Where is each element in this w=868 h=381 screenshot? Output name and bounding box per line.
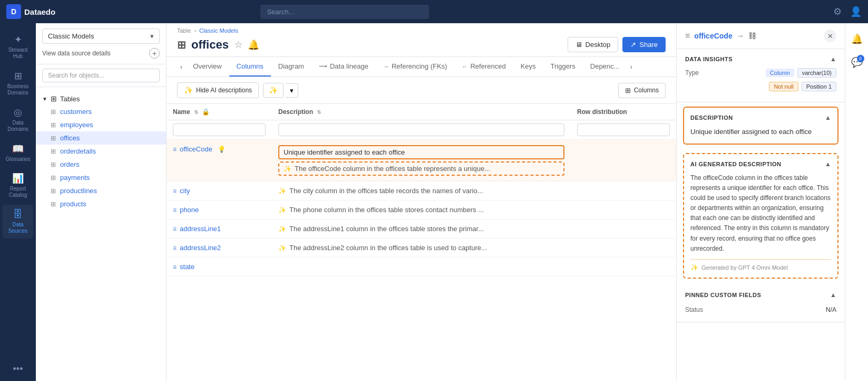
addr1-desc-ai: ✨ The addressLine1 column in the offices… [278,225,564,233]
tree-item-offices[interactable]: ⊞ offices [36,131,166,145]
col-link-addressline2[interactable]: addressLine2 [180,244,221,252]
lock-icon: 🔒 [202,108,210,116]
tab-referencing-fks[interactable]: → Referencing (FKs) [376,57,454,77]
breadcrumb-link[interactable]: Classic Models [199,27,238,34]
ai-icon-city: ✨ [278,187,286,195]
sidebar-item-business-domains[interactable]: ⊞ BusinessDomains [3,66,33,100]
tab-columns[interactable]: Columns [229,57,271,77]
ai-settings-button[interactable]: ✨ [263,83,284,98]
link-icon[interactable]: ⛓ [748,32,756,40]
chat-button[interactable]: 💬 0 [847,53,866,72]
tabs-bar: ‹ Overview Columns Diagram ⟿ Data lineag… [167,57,676,77]
ai-settings-group: ✨ ▾ [263,82,298,98]
table-row-state[interactable]: ≡ state [167,258,676,277]
tab-depenc[interactable]: Depenc... [583,57,627,77]
pinned-cf-header[interactable]: PINNED CUSTOM FIELDS ▲ [685,291,836,299]
tree-item-customers[interactable]: ⊞ customers [36,105,166,118]
share-button[interactable]: ↗ Share [622,37,666,52]
user-icon[interactable]: 👤 [850,6,862,17]
more-options[interactable]: ••• [13,364,23,375]
col-type-icon-state: ≡ [173,263,177,271]
tab-next-arrow[interactable]: › [627,58,635,76]
tab-prev-arrow[interactable]: ‹ [177,58,186,76]
tab-diagram[interactable]: Diagram [271,57,311,77]
ai-generated-label: Generated by GPT 4 Omni Model [701,264,788,271]
search-input[interactable] [260,5,429,19]
tab-triggers[interactable]: Triggers [543,57,583,77]
chevron-down-icon: ▾ [150,32,154,40]
col-link-city[interactable]: city [180,187,190,195]
sidebar-item-report-catalog[interactable]: 📊 ReportCatalog [3,168,33,203]
filter-dist-cell [571,120,676,140]
table-row-phone[interactable]: ≡ phone ✨ The phone column in the office… [167,201,676,220]
tables-section-header[interactable]: ▼ ⊞ Tables [36,92,166,105]
desktop-button[interactable]: 🖥 Desktop [568,37,619,52]
sidebar-item-data-sources[interactable]: 🗄 Data Sources [3,205,33,239]
officecode-desc-ai[interactable]: ✨ The officeCode column in the offices t… [278,161,564,176]
sort-icon[interactable]: ⇅ [194,109,198,115]
settings-icon[interactable]: ⚙ [833,6,842,17]
tab-keys[interactable]: Keys [513,57,543,77]
filter-dist-input[interactable] [577,123,670,136]
officecode-desc-highlighted[interactable]: Unique identifier assigned to each offic… [278,145,564,159]
sidebar-item-glossaries[interactable]: 📖 Glossaries [3,139,33,166]
bulb-icon: 💡 [218,146,226,153]
table-row-officecode[interactable]: ≡ officeCode 💡 Unique identifier assigne… [167,140,676,182]
view-details-text[interactable]: View data source details [42,50,111,57]
filter-name-input[interactable] [173,123,266,136]
tree-item-orders[interactable]: ⊞ orders [36,158,166,171]
object-search-input[interactable] [42,69,160,82]
table-row-addressline1[interactable]: ≡ addressLine1 ✨ The addressLine1 column… [167,220,676,239]
add-datasource-button[interactable]: + [149,48,160,59]
topbar-actions: ⚙ 👤 [833,6,862,17]
th-description-label: Description [278,108,313,116]
ai-dropdown-button[interactable]: ▾ [286,83,298,98]
data-insights-section: DATA INSIGHTS ▲ Type Column varchar(10) … [677,49,845,102]
app-logo[interactable]: D Dataedo [6,4,55,19]
breadcrumb-table: Table [177,27,191,34]
bell-icon[interactable]: 🔔 [248,39,259,51]
star-icon[interactable]: ☆ [234,39,242,51]
officecode-desc-text: Unique identifier assigned to each offic… [284,148,405,156]
referencing-icon: → [383,63,389,70]
ai-description-header[interactable]: AI GENERATED DESCRIPTION ▲ [690,160,831,168]
tab-referenced[interactable]: ← Referenced [454,57,513,77]
tree-area: ▼ ⊞ Tables ⊞ customers ⊞ employees ⊞ off… [36,87,166,381]
table-grid-icon: ⊞ [177,39,186,51]
tree-item-payments[interactable]: ⊞ payments [36,171,166,184]
app-name: Dataedo [24,7,55,16]
data-insights-header[interactable]: DATA INSIGHTS ▲ [685,55,836,63]
tables-section: ▼ ⊞ Tables ⊞ customers ⊞ employees ⊞ off… [36,91,166,212]
tab-data-lineage[interactable]: ⟿ Data lineage [311,57,376,77]
sidebar-item-steward-hub[interactable]: ✦ StewardHub [3,30,33,64]
tab-overview[interactable]: Overview [186,57,229,77]
hide-ai-button[interactable]: ✨ Hide AI descriptions [177,82,259,98]
columns-button[interactable]: ⊞ Columns [618,83,666,98]
sidebar-item-data-domains[interactable]: ◎ DataDomains [3,102,33,137]
sidebar-label-glossaries: Glossaries [5,156,30,162]
col-link-state[interactable]: state [180,263,194,271]
glossaries-icon: 📖 [12,143,24,155]
description-header[interactable]: DESCRIPTION ▲ [690,114,831,121]
col-link-officecode[interactable]: officeCode [180,145,212,153]
filter-desc-input[interactable] [278,123,564,136]
col-link-addressline1[interactable]: addressLine1 [180,225,221,233]
business-domains-icon: ⊞ [14,70,22,82]
close-panel-button[interactable]: ✕ [824,30,836,42]
table-row-city[interactable]: ≡ city ✨ The city column in the offices … [167,182,676,201]
tree-item-orderdetails[interactable]: ⊞ orderdetails [36,145,166,158]
ai-icon-officecode: ✨ [284,165,291,173]
tree-item-employees[interactable]: ⊞ employees [36,118,166,131]
chat-badge: 0 [857,55,864,62]
addr2-desc-ai: ✨ The addressLine2 column in the offices… [278,244,564,252]
table-row-addressline2[interactable]: ≡ addressLine2 ✨ The addressLine2 column… [167,239,676,258]
col-link-phone[interactable]: phone [180,206,199,214]
datasource-selector[interactable]: Classic Models ▾ [42,28,160,44]
tree-item-productlines[interactable]: ⊞ productlines [36,184,166,197]
columns-data-table: Name ⇅ 🔒 Description ⇅ Row distribution [167,104,676,277]
notifications-button[interactable]: 🔔 [847,30,866,49]
description-sort-icon[interactable]: ⇅ [317,109,321,115]
col-name-addressline2: ≡ addressLine2 [167,239,272,258]
type-label: Type [685,69,699,77]
tree-item-products[interactable]: ⊞ products [36,197,166,211]
